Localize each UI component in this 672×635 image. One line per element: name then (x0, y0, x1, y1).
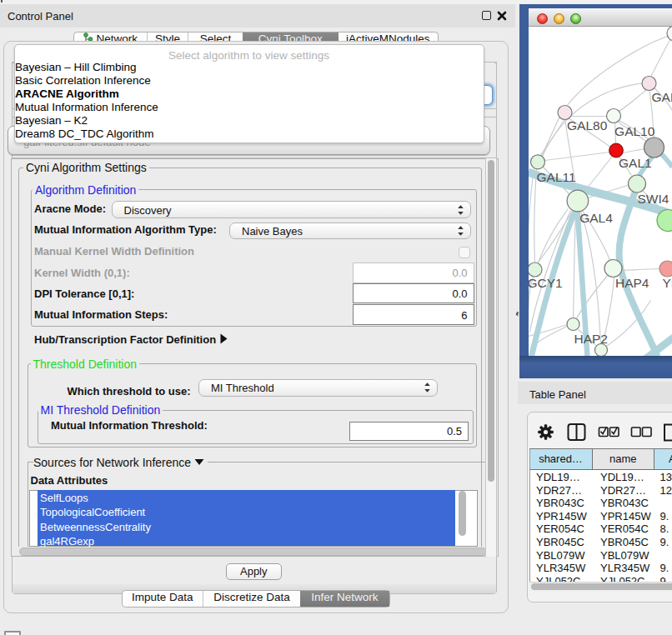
svg-text:GAL4: GAL4 (579, 211, 613, 225)
svg-text:GAL80: GAL80 (567, 118, 608, 132)
svg-text:HAP4: HAP4 (615, 276, 649, 290)
svg-text:HAP2: HAP2 (574, 331, 608, 345)
svg-text:SWI4: SWI4 (637, 192, 669, 206)
svg-text:GAL10: GAL10 (614, 123, 655, 138)
svg-text:YM: YM (662, 276, 672, 290)
svg-text:GCY1: GCY1 (529, 275, 563, 289)
svg-text:GAL1: GAL1 (619, 156, 652, 170)
svg-text:GAL11: GAL11 (536, 169, 575, 183)
svg-text:GAL2: GAL2 (651, 90, 672, 104)
